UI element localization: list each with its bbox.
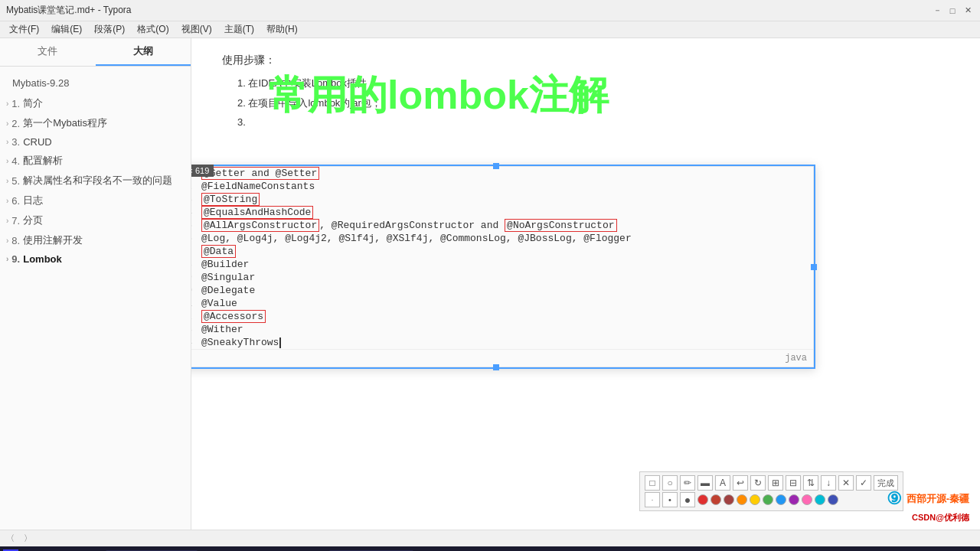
chevron-icon: › [6,119,8,128]
chevron-icon: › [6,236,8,245]
draw-delete-btn[interactable]: ✕ [838,475,854,491]
menu-file[interactable]: 文件(F) [3,21,45,37]
line-num-10: 10 [191,285,201,296]
chevron-icon: › [6,197,8,205]
code-line-8: 8 @Builder [191,258,813,271]
color-indigo[interactable] [828,494,838,505]
draw-undo-btn[interactable]: ↩ [733,475,748,491]
line-num-4: 4 [191,207,201,218]
color-brown[interactable] [724,494,734,505]
item-label: 第一个Mybatis程序 [23,116,107,130]
main-layout: 文件 大纲 Mybatis-9.28 › 1. 简介 › 2. 第一个Mybat… [0,38,980,530]
resize-handle-bottom[interactable] [493,364,499,370]
draw-size-large[interactable]: ● [680,492,695,507]
tab-outline[interactable]: 大纲 [96,38,191,66]
sidebar-item-5[interactable]: › 5. 解决属性名和字段名不一致的问题 [0,171,191,191]
sidebar-item-2[interactable]: › 2. 第一个Mybatis程序 [0,113,191,133]
menu-view[interactable]: 视图(V) [175,21,218,37]
draw-circle-btn[interactable]: ○ [662,475,678,491]
menu-theme[interactable]: 主题(T) [218,21,260,37]
color-cyan[interactable] [815,494,825,505]
sidebar-item-1[interactable]: › 1. 简介 [0,93,191,113]
color-purple[interactable] [789,494,799,505]
taskbar: ⊞ Mybatis-Study [F... Mybatis课堂笔记.m... M… [0,546,980,551]
color-pink[interactable] [802,494,812,505]
status-bar: 〈 〉 [0,530,980,546]
close-button[interactable]: ✕ [962,5,974,17]
sidebar-root-title: Mybatis-9.28 [0,73,191,93]
draw-size-medium[interactable]: • [662,492,678,507]
editor-area: 常用的lombok注解 使用步骤： 1. 在IDEA中安装Lombok插件； 2… [191,38,980,530]
line-content-3: @ToString [201,194,260,205]
code-line-7: 7 @Data [191,245,813,258]
tab-file[interactable]: 文件 [0,38,96,66]
sidebar: 文件 大纲 Mybatis-9.28 › 1. 简介 › 2. 第一个Mybat… [0,38,191,530]
color-darkred[interactable] [710,494,721,505]
chevron-icon: › [6,217,8,225]
title-bar-left: Mybatis课堂笔记.md+ - Typora [6,4,132,17]
window-title: Mybatis课堂笔记.md+ - Typora [6,4,132,17]
color-red[interactable] [697,494,708,505]
menu-edit[interactable]: 编辑(E) [45,21,88,37]
color-orange[interactable] [737,494,747,505]
color-green[interactable] [763,494,773,505]
draw-text-btn[interactable]: A [715,475,730,491]
item-label: 解决属性名和字段名不一致的问题 [23,174,172,187]
draw-toolbar-row-2: · • ● [645,492,898,507]
sidebar-item-3[interactable]: › 3. CRUD [0,133,191,151]
menu-help[interactable]: 帮助(H) [260,21,304,37]
draw-pen-btn[interactable]: ✏ [680,475,695,491]
bilibili-icon: ⑨ [887,489,902,509]
sidebar-item-6[interactable]: › 6. 日志 [0,191,191,210]
sidebar-item-8[interactable]: › 8. 使用注解开发 [0,230,191,250]
line-content-6: @Log, @Log4j, @Log4j2, @Slf4j, @XSlf4j, … [201,233,632,244]
color-blue[interactable] [776,494,786,505]
maximize-button[interactable]: □ [946,5,959,17]
step-2: 2. 在项目中导入lombok的jar包； [237,96,949,110]
minimize-button[interactable]: － [931,5,943,17]
code-line-5: 5 @AllArgsConstructor, @RequiredArgsCons… [191,219,813,232]
item-num: 9. [11,253,20,265]
status-bar-left: 〈 〉 [6,533,32,544]
menu-format[interactable]: 格式(O) [131,21,175,37]
sidebar-item-9[interactable]: › 9. Lombok [0,250,191,268]
resize-handle-top[interactable] [493,163,499,169]
line-content-8: @Builder [201,259,249,270]
chevron-icon: › [6,99,8,108]
image-popup[interactable]: 1258 × 619 1 @Getter and @Setter 2 @Fiel… [191,165,815,369]
item-label: Lombok [23,253,62,265]
draw-rect-btn[interactable]: □ [645,475,660,491]
highlight-allargs: @AllArgsConstructor [201,219,319,232]
draw-toolbar: □ ○ ✏ ▬ A ↩ ↻ ⊞ ⊟ ⇅ ↓ ✕ ✓ 完成 · • ● [639,471,903,511]
line-num-8: 8 [191,259,201,270]
draw-done-btn[interactable]: 完成 [874,475,898,491]
draw-remove-btn[interactable]: ⊟ [786,475,801,491]
sidebar-item-4[interactable]: › 4. 配置解析 [0,151,191,171]
draw-line-btn[interactable]: ▬ [697,475,713,491]
draw-confirm-btn[interactable]: ✓ [856,475,871,491]
nav-left-btn[interactable]: 〈 [6,533,15,544]
line-content-2: @FieldNameConstants [201,181,315,192]
draw-move-btn[interactable]: ⇅ [803,475,818,491]
item-num: 1. [11,98,20,109]
nav-right-btn[interactable]: 〉 [24,533,32,544]
editor-content[interactable]: 常用的lombok注解 使用步骤： 1. 在IDEA中安装Lombok插件； 2… [191,38,980,530]
item-label: 简介 [23,96,43,110]
menu-paragraph[interactable]: 段落(P) [88,21,131,37]
draw-size-small[interactable]: · [645,492,660,507]
item-num: 4. [11,155,20,167]
draw-add-btn[interactable]: ⊞ [768,475,783,491]
line-num-3: 3 [191,194,201,205]
color-yellow[interactable] [750,494,760,505]
draw-redo-btn[interactable]: ↻ [750,475,766,491]
code-lang: java [191,349,813,367]
code-line-14: 14 @SneakyThrows [191,336,813,349]
line-content-5: @AllArgsConstructor, @RequiredArgsConstr… [201,220,617,231]
draw-down-btn[interactable]: ↓ [821,475,836,491]
chevron-icon: › [6,177,8,185]
resize-handle-right[interactable] [811,264,817,270]
window-controls[interactable]: － □ ✕ [931,5,974,17]
item-label: 配置解析 [23,154,63,168]
sidebar-item-7[interactable]: › 7. 分页 [0,210,191,230]
csdn-label: CSDN@优利德 [912,512,969,523]
